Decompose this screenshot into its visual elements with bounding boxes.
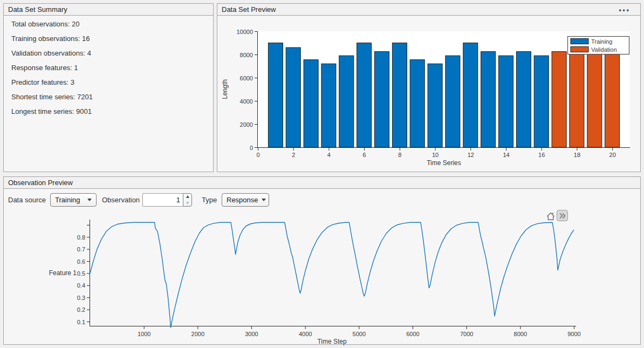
bar [339, 56, 354, 147]
arrow-up-icon [186, 195, 189, 198]
summary-line: Response features: 1 [11, 64, 205, 71]
y-axis-title: Length [221, 79, 229, 99]
bar [587, 52, 602, 147]
panel-title: Observation Preview [4, 177, 640, 189]
chevron-down-icon [87, 199, 92, 201]
svg-text:3000: 3000 [245, 331, 258, 337]
spinner-up-button[interactable] [183, 194, 191, 200]
legend: TrainingValidation [568, 37, 629, 54]
svg-text:18: 18 [574, 152, 580, 158]
svg-text:1000: 1000 [138, 331, 150, 337]
panel-title: Data Set Preview [217, 4, 640, 16]
svg-text:0.7: 0.7 [77, 246, 85, 253]
type-dropdown[interactable]: Response [222, 193, 269, 207]
home-button[interactable] [545, 210, 556, 222]
svg-text:5000: 5000 [353, 331, 366, 337]
data-source-label: Data source [8, 196, 46, 204]
bar [534, 56, 549, 147]
summary-line: Validation observations: 4 [11, 50, 205, 57]
svg-text:6: 6 [363, 152, 366, 158]
home-icon [546, 211, 556, 221]
length-bar-chart: 020004000600080001000002468101214161820T… [217, 16, 640, 172]
svg-text:Validation: Validation [591, 46, 617, 53]
svg-text:16: 16 [538, 152, 545, 158]
type-label: Type [202, 196, 217, 204]
svg-text:2000: 2000 [191, 331, 204, 337]
observation-line-chart: 0.10.20.30.40.50.60.70.81000200030004000… [4, 210, 641, 345]
svg-text:0.6: 0.6 [77, 258, 85, 265]
svg-text:4000: 4000 [299, 331, 312, 337]
svg-text:4000: 4000 [240, 98, 253, 105]
observation-value: 1 [176, 196, 180, 204]
summary-line: Longest time series: 9001 [11, 108, 205, 115]
type-value: Response [227, 196, 258, 204]
svg-text:0.2: 0.2 [77, 306, 85, 313]
bar [463, 43, 478, 148]
bar [375, 52, 389, 147]
bar [357, 43, 372, 148]
svg-text:0.5: 0.5 [77, 270, 85, 277]
svg-text:0: 0 [250, 145, 253, 151]
bar [552, 52, 566, 147]
data-source-value: Training [55, 196, 80, 204]
svg-text:8000: 8000 [240, 52, 253, 58]
x-axis-title: Time Step [317, 338, 347, 345]
bar [481, 52, 496, 147]
summary-line: Total observations: 20 [11, 21, 205, 28]
svg-text:0.4: 0.4 [77, 282, 85, 289]
bar [516, 52, 531, 147]
svg-text:6000: 6000 [406, 331, 419, 337]
svg-text:14: 14 [503, 152, 509, 158]
svg-text:10: 10 [432, 152, 439, 158]
panel-title: Data Set Summary [4, 4, 213, 16]
bar [392, 43, 407, 148]
summary-line: Training observations: 16 [11, 35, 205, 42]
bar [268, 43, 283, 148]
chevron-down-icon [262, 199, 266, 201]
svg-text:0.8: 0.8 [77, 234, 85, 241]
bar [570, 52, 584, 147]
svg-text:8000: 8000 [514, 331, 527, 337]
svg-text:2000: 2000 [240, 121, 253, 128]
bar [499, 56, 513, 147]
y-axis-title: Feature 1 [49, 269, 77, 277]
ellipsis-menu-icon[interactable]: ••• [619, 7, 631, 13]
feature-line [90, 222, 574, 327]
expand-toolbar-button[interactable] [557, 210, 568, 221]
expand-toolbar-icon [558, 211, 567, 220]
svg-text:9000: 9000 [567, 331, 580, 337]
svg-text:0.3: 0.3 [77, 295, 85, 301]
svg-text:8: 8 [398, 152, 401, 158]
data-set-summary-panel: Data Set Summary Total observations: 20T… [3, 3, 214, 172]
spinner-down-button[interactable] [183, 200, 191, 207]
bar [286, 47, 300, 147]
summary-line: Shortest time series: 7201 [11, 93, 205, 100]
bar [446, 56, 460, 147]
svg-text:Training: Training [591, 38, 612, 45]
svg-text:10000: 10000 [236, 29, 253, 35]
summary-list: Total observations: 20Training observati… [4, 16, 213, 115]
bar [428, 64, 442, 147]
svg-text:2: 2 [292, 152, 295, 158]
bar [304, 60, 318, 147]
bar [321, 64, 336, 147]
svg-text:20: 20 [609, 152, 616, 158]
bar [410, 60, 424, 147]
summary-line: Predictor features: 3 [11, 79, 205, 86]
data-source-dropdown[interactable]: Training [50, 193, 97, 207]
svg-text:7000: 7000 [460, 331, 473, 337]
observation-input[interactable]: 1 [142, 193, 183, 207]
x-axis-title: Time Series [427, 159, 461, 167]
observation-preview-panel: Observation Preview Data source Training… [3, 176, 641, 345]
svg-text:0.1: 0.1 [77, 319, 85, 325]
observation-label: Observation [102, 196, 140, 204]
svg-text:0: 0 [256, 152, 259, 158]
bar [605, 52, 620, 147]
spinner-buttons [183, 193, 192, 207]
svg-text:4: 4 [327, 152, 331, 158]
svg-text:6000: 6000 [240, 75, 253, 81]
data-set-preview-panel: Data Set Preview ••• 0200040006000800010… [217, 3, 641, 172]
observation-stepper: 1 [142, 193, 192, 207]
svg-text:12: 12 [468, 152, 474, 158]
arrow-down-icon [186, 202, 189, 204]
